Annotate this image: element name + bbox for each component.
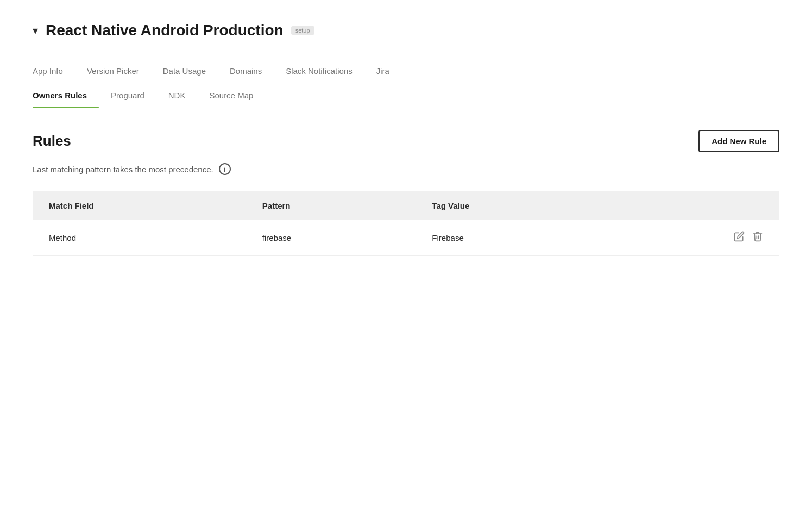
col-pattern: Pattern xyxy=(246,191,416,220)
rules-header: Rules Add New Rule xyxy=(33,130,779,152)
rules-table: Match Field Pattern Tag Value Method fir… xyxy=(33,191,779,256)
tabs-row-2: Owners Rules Proguard NDK Source Map xyxy=(33,83,779,108)
tab-app-info[interactable]: App Info xyxy=(33,59,75,83)
col-tag-value: Tag Value xyxy=(416,191,608,220)
tab-slack-notifications[interactable]: Slack Notifications xyxy=(274,59,364,83)
tab-proguard[interactable]: Proguard xyxy=(99,83,156,108)
cell-tag-value: Firebase xyxy=(416,220,608,256)
cell-actions xyxy=(609,220,779,256)
add-rule-button[interactable]: Add New Rule xyxy=(698,130,779,152)
table-header: Match Field Pattern Tag Value xyxy=(33,191,779,220)
tab-ndk[interactable]: NDK xyxy=(156,83,198,108)
app-badge: setup xyxy=(291,26,314,35)
edit-icon[interactable] xyxy=(734,231,745,245)
table-row: Method firebase Firebase xyxy=(33,220,779,256)
cell-match-field: Method xyxy=(33,220,246,256)
col-actions xyxy=(609,191,779,220)
tab-jira[interactable]: Jira xyxy=(364,59,401,83)
delete-icon[interactable] xyxy=(752,231,763,245)
table-header-row: Match Field Pattern Tag Value xyxy=(33,191,779,220)
tab-data-usage[interactable]: Data Usage xyxy=(151,59,218,83)
actions-cell xyxy=(625,231,763,245)
info-icon: i xyxy=(219,163,231,175)
tab-version-picker[interactable]: Version Picker xyxy=(75,59,151,83)
col-match-field: Match Field xyxy=(33,191,246,220)
tab-source-map[interactable]: Source Map xyxy=(197,83,265,108)
table-body: Method firebase Firebase xyxy=(33,220,779,256)
tab-domains[interactable]: Domains xyxy=(218,59,274,83)
info-text: Last matching pattern takes the most pre… xyxy=(33,165,213,174)
chevron-icon[interactable]: ▾ xyxy=(33,24,38,37)
rules-title: Rules xyxy=(33,133,71,149)
cell-pattern: firebase xyxy=(246,220,416,256)
header-row: ▾ React Native Android Production setup xyxy=(33,22,779,39)
info-row: Last matching pattern takes the most pre… xyxy=(33,163,779,175)
tabs-row-1: App Info Version Picker Data Usage Domai… xyxy=(33,59,779,83)
page-wrapper: ▾ React Native Android Production setup … xyxy=(0,0,812,278)
content-area: Rules Add New Rule Last matching pattern… xyxy=(33,130,779,256)
app-title: React Native Android Production xyxy=(46,22,284,39)
tab-owners-rules[interactable]: Owners Rules xyxy=(33,83,99,108)
